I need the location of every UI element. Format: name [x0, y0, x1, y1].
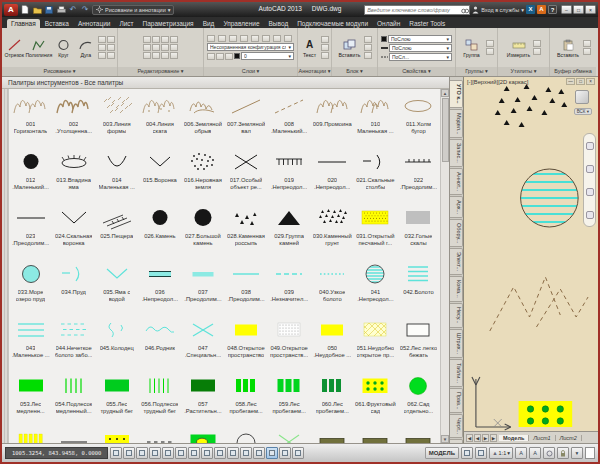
- palette-item-022[interactable]: 022.Преодолим...: [397, 147, 440, 203]
- mini-tool-icon[interactable]: [98, 52, 106, 59]
- palette-item-020[interactable]: 020.Непреодол...: [311, 147, 354, 203]
- layer-state-icons[interactable]: [207, 53, 233, 60]
- mini-tool-icon[interactable]: [364, 52, 372, 59]
- ribbon-tab-4[interactable]: Параметризация: [139, 19, 198, 28]
- palette-item-034[interactable]: 034.Пруд: [52, 259, 95, 315]
- palette-item-027[interactable]: 027.Большойкамень: [181, 203, 224, 259]
- mini-tool-icon[interactable]: [284, 35, 292, 42]
- scroll-down-icon[interactable]: ▼: [441, 435, 449, 443]
- palette-item-038[interactable]: 038.Преодолим...: [224, 259, 267, 315]
- quick-properties-toggle[interactable]: [266, 447, 278, 459]
- mini-tool-icon[interactable]: [152, 44, 160, 51]
- palette-item-extra[interactable]: [397, 427, 440, 443]
- palette-item-extra[interactable]: [224, 427, 267, 443]
- last-layout-icon[interactable]: ▶: [490, 434, 497, 442]
- clean-screen-button[interactable]: [585, 447, 595, 459]
- annotate-tools[interactable]: [321, 36, 329, 59]
- status-menu-button[interactable]: ▾: [571, 447, 583, 459]
- infer-constraints-toggle[interactable]: [110, 447, 122, 459]
- mini-tool-icon[interactable]: [170, 36, 178, 43]
- ribbon-tab-9[interactable]: Онлайн: [373, 19, 404, 28]
- palette-item-052[interactable]: 052.Лес легкобежать: [397, 315, 440, 371]
- palette-tab-9[interactable]: Штрих...: [450, 329, 463, 358]
- panel-label-annotate[interactable]: Аннотации ▾: [298, 67, 331, 76]
- mini-tool-icon[interactable]: [321, 52, 329, 59]
- palette-item-extra[interactable]: [52, 427, 95, 443]
- autodesk360-icon[interactable]: A: [537, 5, 546, 14]
- mini-tool-icon[interactable]: [143, 36, 151, 43]
- workspace-dropdown[interactable]: Рисование и аннотации ▾: [92, 5, 174, 15]
- palette-item-021[interactable]: 021.Скальныестолбы: [354, 147, 397, 203]
- palette-tab-12[interactable]: Черт...: [450, 414, 463, 438]
- redo-icon[interactable]: ↷: [80, 5, 90, 15]
- palette-item-029[interactable]: 029.Группакамней: [268, 203, 311, 259]
- palette-tab-5[interactable]: Обору...: [450, 219, 463, 247]
- palette-item-extra[interactable]: [9, 427, 52, 443]
- mini-tool-icon[interactable]: [225, 53, 233, 60]
- panel-label-clipboard[interactable]: Буфер обмена: [550, 67, 596, 76]
- mini-tool-icon[interactable]: [107, 44, 115, 51]
- palette-tab-2[interactable]: Запис...: [450, 139, 463, 167]
- mini-tool-icon[interactable]: [161, 52, 169, 59]
- panel-label-properties[interactable]: Свойства ▾: [378, 67, 455, 76]
- color-dropdown[interactable]: ПоСлою▾: [388, 35, 452, 43]
- ribbon-tab-3[interactable]: Лист: [115, 19, 137, 28]
- palette-item-050[interactable]: 050.Неудобное ...: [311, 315, 354, 371]
- palette-item-024[interactable]: 024.Скальнаяворонка: [52, 203, 95, 259]
- mini-tool-icon[interactable]: [321, 36, 329, 43]
- viewcube[interactable]: [575, 90, 589, 104]
- doc-restore-button[interactable]: □: [576, 78, 585, 85]
- palette-item-042[interactable]: 042.Болото: [397, 259, 440, 315]
- circle-button[interactable]: Круг: [53, 38, 73, 58]
- mini-tool-icon[interactable]: [533, 48, 541, 55]
- palette-tab-3[interactable]: Аннот...: [450, 168, 463, 195]
- app-logo[interactable]: A: [4, 4, 18, 16]
- palette-item-001[interactable]: 001Горизонталь: [9, 91, 52, 147]
- quick-view-layouts-button[interactable]: [461, 447, 473, 459]
- palette-item-028[interactable]: 028.Каменнаяроссыпь: [224, 203, 267, 259]
- ribbon-tab-6[interactable]: Управление: [219, 19, 263, 28]
- ribbon-tab-0[interactable]: Главная: [7, 19, 40, 28]
- ortho-mode-toggle[interactable]: [149, 447, 161, 459]
- palette-item-025[interactable]: 025.Пещера: [95, 203, 138, 259]
- transparency-toggle[interactable]: [253, 447, 265, 459]
- utility-tools[interactable]: [533, 40, 541, 55]
- mini-tool-icon[interactable]: [98, 44, 106, 51]
- help-icon[interactable]: ?: [548, 5, 557, 14]
- mini-tool-icon[interactable]: [152, 52, 160, 59]
- mini-tool-icon[interactable]: [216, 53, 224, 60]
- insert-block-button[interactable]: Вставить: [337, 38, 362, 58]
- palette-tab-10[interactable]: Табли...: [450, 359, 463, 387]
- wcs-button[interactable]: ВСК ▾: [574, 108, 592, 115]
- panel-label-draw[interactable]: Рисование ▾: [2, 67, 117, 76]
- steering-wheel-icon[interactable]: [586, 142, 594, 150]
- palette-item-049[interactable]: 049.Открытоепространств...: [268, 315, 311, 371]
- palette-item-017[interactable]: 017.Особыйобъект ре...: [224, 147, 267, 203]
- palette-item-032[interactable]: 032.Голыескалы: [397, 203, 440, 259]
- measure-button[interactable]: Измерить: [506, 38, 531, 58]
- polyline-button[interactable]: Полилиния: [26, 38, 51, 58]
- ribbon-tab-7[interactable]: Вывод: [265, 19, 293, 28]
- text-button[interactable]: А Текст: [300, 38, 319, 58]
- mini-tool-icon[interactable]: [143, 52, 151, 59]
- mini-tool-icon[interactable]: [161, 36, 169, 43]
- mini-tool-icon[interactable]: [170, 44, 178, 51]
- palette-tab-11[interactable]: Прав...: [450, 388, 463, 414]
- exchange-apps-icon[interactable]: X: [526, 5, 535, 14]
- panel-label-layers[interactable]: Слои ▾: [204, 67, 297, 76]
- palette-item-036[interactable]: 036.Непреодол...: [138, 259, 181, 315]
- prev-layout-icon[interactable]: ◀: [474, 434, 481, 442]
- palette-item-019[interactable]: 019.Непреодол...: [268, 147, 311, 203]
- edit-tools[interactable]: [143, 36, 178, 59]
- palette-tab-8[interactable]: Несу...: [450, 303, 463, 328]
- workspace-switching-button[interactable]: [543, 447, 555, 459]
- doc-minimize-button[interactable]: —: [566, 78, 575, 85]
- lock-ui-button[interactable]: [557, 447, 569, 459]
- palette-item-040[interactable]: 040.Узкоеболото: [311, 259, 354, 315]
- mini-tool-icon[interactable]: [240, 35, 248, 42]
- selection-cycling-toggle[interactable]: [279, 447, 291, 459]
- ribbon-tab-2[interactable]: Аннотации: [74, 19, 115, 28]
- palette-item-055[interactable]: 055.Леструдный бег: [95, 371, 138, 427]
- palette-item-044[interactable]: 044.Нечеткоеболото забо...: [52, 315, 95, 371]
- palette-item-012[interactable]: 012.Маленький...: [9, 147, 52, 203]
